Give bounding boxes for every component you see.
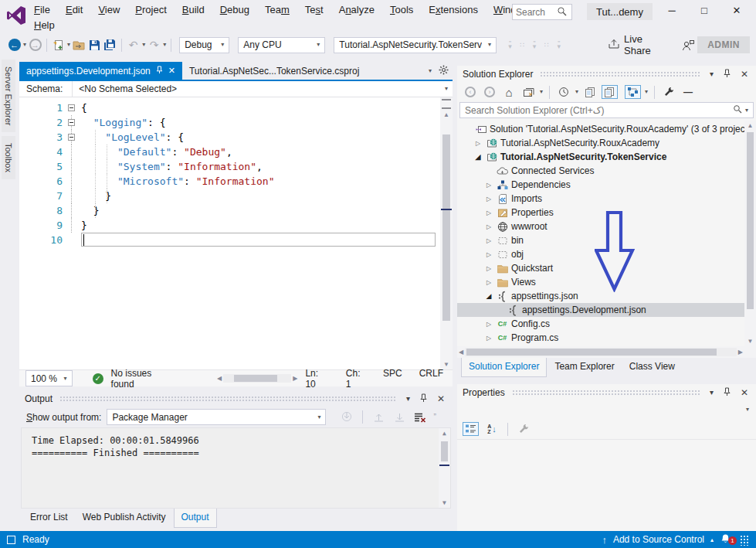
- scroll-thumb[interactable]: [441, 441, 448, 461]
- chevron-collapsed-icon[interactable]: ▷: [484, 237, 493, 244]
- search-options-dropdown-icon[interactable]: ▾: [745, 107, 748, 114]
- scroll-thumb[interactable]: [442, 134, 450, 322]
- chevron-collapsed-icon[interactable]: ▷: [484, 223, 493, 230]
- scroll-down-icon[interactable]: ▼: [442, 498, 446, 508]
- code-text[interactable]: "LogLevel": {: [81, 130, 436, 145]
- panel-drag-texture[interactable]: [512, 390, 700, 395]
- folding-margin[interactable]: [63, 189, 81, 203]
- chevron-expanded-icon[interactable]: ◢: [484, 292, 493, 300]
- scroll-right-icon[interactable]: ▶: [293, 373, 297, 383]
- minimize-button[interactable]: ─: [656, 0, 688, 20]
- close-icon[interactable]: ✕: [738, 387, 751, 398]
- scroll-down-icon[interactable]: ▼: [748, 336, 754, 346]
- save-all-icon[interactable]: [103, 37, 117, 53]
- hierarchy-dropdown-icon[interactable]: ▾: [645, 89, 648, 95]
- pending-changes-filter-icon[interactable]: [556, 84, 571, 100]
- code-text[interactable]: }: [81, 189, 436, 203]
- new-item-dropdown-icon[interactable]: ▾: [67, 42, 70, 48]
- scroll-left-icon[interactable]: ◀: [459, 347, 463, 357]
- output-source-dropdown[interactable]: Package Manager▾: [107, 409, 326, 425]
- tab-output[interactable]: Output: [174, 509, 217, 528]
- sync-with-active-document-icon[interactable]: [582, 84, 598, 100]
- scroll-track[interactable]: [440, 120, 453, 359]
- live-share-button[interactable]: Live Share: [608, 33, 663, 56]
- menu-view[interactable]: View: [90, 2, 127, 17]
- menu-extensions[interactable]: Extensions: [421, 2, 486, 17]
- close-icon[interactable]: ✕: [738, 69, 751, 80]
- toolbox-vertical-tab[interactable]: Toolbox: [2, 136, 15, 179]
- tree-item-tutorial-aspnetsecurity-tokenservice[interactable]: ◢Tutorial.AspNetSecurity.TokenService: [457, 150, 756, 164]
- undo-icon[interactable]: ↶: [127, 37, 140, 53]
- tree-vertical-scrollbar[interactable]: ▲ ▼: [744, 121, 756, 346]
- add-to-source-control-button[interactable]: Add to Source Control: [613, 534, 704, 545]
- output-vertical-scrollbar[interactable]: ▲ ▼: [439, 428, 450, 508]
- solution-platform-dropdown[interactable]: Any CPU▾: [238, 37, 325, 53]
- navigate-back-icon[interactable]: ←: [8, 37, 21, 53]
- menu-edit[interactable]: Edit: [58, 2, 90, 17]
- feedback-icon[interactable]: [682, 37, 695, 53]
- menu-file[interactable]: File: [26, 2, 58, 17]
- solution-configuration-dropdown[interactable]: Debug▾: [179, 37, 229, 53]
- tree-item-solution-tutorial-aspnetsecurity-rouxacademy-3-of-3-project[interactable]: Solution 'Tutorial.AspNetSecurity.RouxAc…: [457, 122, 756, 136]
- chevron-collapsed-icon[interactable]: ▷: [484, 321, 493, 328]
- collapse-all-icon[interactable]: —: [680, 84, 696, 100]
- scroll-track[interactable]: [439, 438, 450, 498]
- tree-item-tutorial-aspnetsecurity-rouxacademy[interactable]: ▷Tutorial.AspNetSecurity.RouxAcademy: [457, 136, 756, 150]
- code-text[interactable]: "System": "Information",: [81, 159, 436, 174]
- redo-dropdown-icon[interactable]: ▾: [163, 42, 166, 48]
- alphabetical-sort-icon[interactable]: AZ↓: [484, 421, 500, 437]
- chevron-collapsed-icon[interactable]: ▷: [484, 279, 493, 286]
- chevron-collapsed-icon[interactable]: ▷: [484, 196, 493, 203]
- chevron-collapsed-icon[interactable]: ▷: [473, 140, 483, 147]
- folding-margin[interactable]: [63, 233, 81, 247]
- server-explorer-vertical-tab[interactable]: Server Explorer: [2, 60, 15, 132]
- document-list-dropdown-icon[interactable]: ▾: [429, 68, 432, 74]
- tab-team-explorer[interactable]: Team Explorer: [548, 358, 621, 377]
- tree-item-startup-cs[interactable]: ▷C#Startup.cs: [457, 345, 756, 346]
- filter-dropdown-icon[interactable]: ▾: [575, 89, 578, 95]
- collapse-region-icon[interactable]: [68, 104, 75, 111]
- scroll-up-icon[interactable]: ▲: [442, 428, 446, 438]
- scroll-up-icon[interactable]: ▲: [748, 121, 754, 131]
- code-editor[interactable]: 1{2 "Logging": {3 "LogLevel": {4 "Defaul…: [19, 97, 453, 369]
- pin-icon[interactable]: [156, 66, 163, 77]
- open-file-icon[interactable]: [73, 37, 86, 53]
- switch-views-icon[interactable]: [520, 84, 536, 100]
- tab-class-view[interactable]: Class View: [622, 358, 682, 377]
- home-icon[interactable]: ⌂: [501, 84, 517, 100]
- document-tab[interactable]: appsettings.Development.json✕: [19, 62, 182, 80]
- document-tab[interactable]: Tutorial.AspNetSec...TokenService.csproj: [182, 62, 366, 80]
- tree-item-config-cs[interactable]: ▷C#Config.cs: [457, 317, 756, 331]
- schema-dropdown[interactable]: <No Schema Selected>: [72, 81, 445, 97]
- scroll-left-icon[interactable]: ◀: [217, 373, 222, 383]
- scroll-down-icon[interactable]: ▼: [443, 359, 449, 369]
- new-project-icon[interactable]: [52, 37, 65, 53]
- tab-error-list[interactable]: Error List: [23, 509, 75, 528]
- tree-item-program-cs[interactable]: ▷C#Program.cs: [457, 331, 756, 345]
- folding-margin[interactable]: [63, 100, 81, 115]
- chevron-collapsed-icon[interactable]: ▷: [484, 335, 493, 342]
- startup-project-dropdown[interactable]: Tutorial.AspNetSecurity.TokenServ▾: [334, 37, 497, 53]
- folding-margin[interactable]: [63, 130, 81, 145]
- scroll-thumb[interactable]: [747, 132, 754, 309]
- folding-margin[interactable]: [63, 203, 81, 218]
- folding-margin[interactable]: [63, 115, 81, 130]
- clear-all-icon[interactable]: [412, 410, 428, 425]
- tree-item-connected-services[interactable]: Connected Services: [457, 164, 756, 178]
- close-icon[interactable]: ✕: [168, 66, 175, 76]
- gear-icon[interactable]: [439, 65, 449, 77]
- menu-analyze[interactable]: Analyze: [331, 2, 382, 17]
- code-text[interactable]: [81, 233, 436, 247]
- panel-drag-texture[interactable]: [59, 396, 397, 401]
- menu-tools[interactable]: Tools: [382, 2, 421, 17]
- resize-grip[interactable]: [740, 535, 749, 546]
- menu-help[interactable]: Help: [26, 18, 63, 32]
- folding-margin[interactable]: [63, 174, 81, 189]
- chevron-collapsed-icon[interactable]: ▷: [484, 251, 493, 258]
- window-position-dropdown-icon[interactable]: ▾: [707, 70, 716, 78]
- folding-margin[interactable]: [63, 159, 81, 174]
- output-log[interactable]: Time Elapsed: 00:00:01.5849966==========…: [21, 427, 451, 509]
- chevron-collapsed-icon[interactable]: ▷: [484, 182, 493, 189]
- chevron-expanded-icon[interactable]: ◢: [473, 153, 483, 161]
- save-icon[interactable]: [88, 37, 101, 53]
